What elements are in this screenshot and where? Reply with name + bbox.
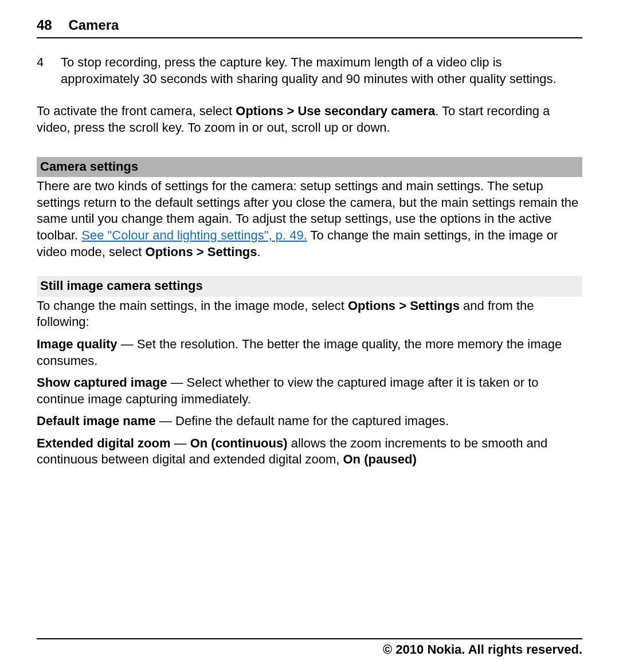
copyright-text: © 2010 Nokia. All rights reserved.: [383, 642, 582, 657]
option-value: On (paused): [343, 452, 416, 466]
text: .: [257, 245, 261, 259]
menu-path: Options > Settings: [348, 298, 460, 313]
description: — Define the default name for the captur…: [159, 414, 449, 428]
chapter-title: Camera: [68, 17, 119, 33]
section-heading-still-image: Still image camera settings: [37, 276, 582, 297]
menu-path: Options > Use secondary camera: [236, 104, 435, 118]
page-number: 48: [37, 17, 52, 33]
page-footer: © 2010 Nokia. All rights reserved.: [37, 638, 582, 658]
option-value: On (continuous): [190, 436, 288, 450]
term: Show captured image: [37, 375, 171, 390]
term: Extended digital zoom: [37, 436, 174, 450]
step-item: 4 To stop recording, press the capture k…: [37, 54, 582, 87]
still-image-intro: To change the main settings, in the imag…: [37, 298, 582, 331]
text: To change the main settings, in the imag…: [37, 298, 348, 313]
step-number: 4: [37, 54, 61, 87]
text: To activate the front camera, select: [37, 104, 236, 118]
cross-reference-link[interactable]: See "Colour and lighting settings", p. 4…: [81, 228, 307, 242]
term: Image quality: [37, 337, 121, 351]
definition-default-image-name: Default image name — Define the default …: [37, 413, 582, 430]
definition-show-captured-image: Show captured image — Select whether to …: [37, 375, 582, 407]
text: —: [174, 436, 190, 450]
definition-image-quality: Image quality — Set the resolution. The …: [37, 336, 582, 369]
manual-page: 48 Camera 4 To stop recording, press the…: [0, 0, 619, 672]
camera-settings-paragraph: There are two kinds of settings for the …: [37, 178, 582, 260]
step-text: To stop recording, press the capture key…: [61, 54, 582, 87]
page-header: 48 Camera: [37, 16, 582, 38]
section-heading-camera-settings: Camera settings: [37, 157, 582, 178]
term: Default image name: [37, 414, 159, 428]
front-camera-paragraph: To activate the front camera, select Opt…: [37, 103, 582, 136]
page-content: 4 To stop recording, press the capture k…: [37, 54, 582, 638]
definition-extended-digital-zoom: Extended digital zoom — On (continuous) …: [37, 435, 582, 468]
menu-path: Options > Settings: [146, 245, 257, 259]
